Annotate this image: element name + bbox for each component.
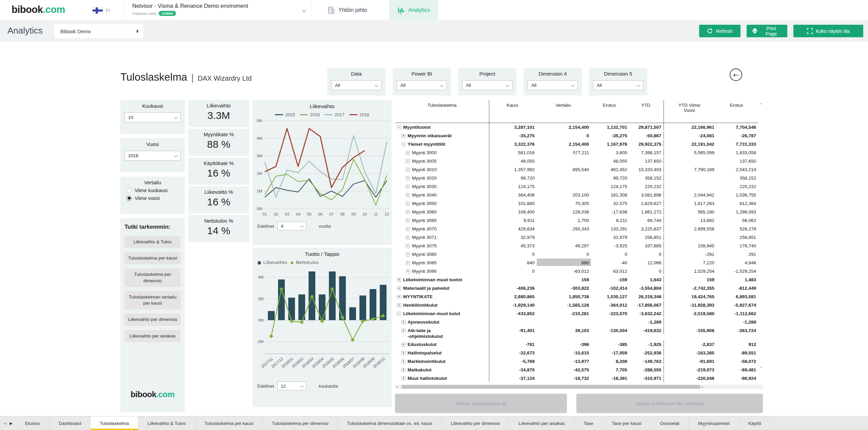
scroll-left-icon[interactable]: ‹ xyxy=(395,385,399,389)
table-row[interactable]: +Myynti 30659,9111,7008,21169,74413,6825… xyxy=(395,216,758,225)
slicer-dropdown[interactable]: All xyxy=(397,80,447,90)
table-row[interactable]: +Hallintopalvelut-32,673-15,615-17,059-2… xyxy=(395,349,758,357)
table-row[interactable]: +Ajoneuvokulut-1,289-1,289 xyxy=(395,318,758,326)
table-row[interactable]: +Myynnin oikaisuerät-35,2750-35,275-50,8… xyxy=(395,131,758,140)
expand-icon[interactable]: + xyxy=(401,343,406,347)
radio-selected-icon[interactable] xyxy=(126,196,132,201)
table-row[interactable]: +Myynti 3050102,88070,30532,5752,629,627… xyxy=(395,199,758,208)
expand-icon[interactable]: + xyxy=(401,320,406,324)
table-row[interactable]: +Muut hallintokulut-37,124-18,732-18,391… xyxy=(395,374,758,382)
radio-option-viime-kuukausi[interactable]: Viime kuukausi xyxy=(126,188,185,193)
scroll-up-icon[interactable]: ⌃ xyxy=(760,103,763,107)
table-row[interactable]: +Myynti 3085840880-4012,0667,2204,846 xyxy=(395,259,758,267)
table-row[interactable]: +Henkilöstökulut-1,929,140-1,565,128-364… xyxy=(395,301,758,309)
radio-option-viime-vuosi[interactable]: Viime vuosi xyxy=(126,196,185,201)
expand-icon[interactable]: + xyxy=(397,303,401,307)
table-row[interactable]: +MYYNTIKATE2,880,8651,850,7381,030,12726… xyxy=(395,292,758,301)
years-count-select[interactable]: 4 xyxy=(277,222,307,230)
expand-icon[interactable]: + xyxy=(406,159,410,163)
bottom-tab-ostovelat[interactable]: Ostovelat xyxy=(651,416,689,430)
bottom-tab-tuloslaskelma-per-kausi[interactable]: Tuloslaskelma per kausi xyxy=(195,416,263,430)
table-row[interactable]: −Yleiset myyntitilit3,322,3762,154,4001,… xyxy=(395,140,758,148)
table-row[interactable]: +Myynti 3030124,175124,175220,232220,232 xyxy=(395,182,758,191)
expand-icon[interactable]: + xyxy=(401,368,406,372)
drill-button-liikevaihto-per-asiakas[interactable]: Liikevaihto per asiakas xyxy=(124,330,181,342)
prev-page-icon[interactable]: ◀ xyxy=(3,421,6,426)
slicer-dropdown[interactable]: All xyxy=(462,80,512,90)
drill-button-liikevaihto-tulos[interactable]: Liikevaihto & Tulos xyxy=(124,236,181,248)
month-select[interactable]: 10 xyxy=(124,112,181,122)
column-header-0[interactable]: Tuloslaskelma xyxy=(395,100,489,123)
table-row[interactable]: +Edustuskulut-781-396-385-1,925-2,837912 xyxy=(395,340,758,349)
bottom-tab-tuloslaskelma-dimensioittain-vs-ed-kausi[interactable]: Tuloslaskelma dimensioittain vs. ed. kau… xyxy=(338,416,442,430)
expand-icon[interactable]: + xyxy=(406,261,410,265)
column-header-6[interactable]: Erotus xyxy=(716,100,758,123)
collapse-icon[interactable]: − xyxy=(397,312,401,316)
table-row[interactable]: +Myynti 302099,72099,720358,152358,152 xyxy=(395,174,758,182)
bottom-tab-etusivu[interactable]: Etusivu xyxy=(16,416,50,430)
expand-icon[interactable]: + xyxy=(397,295,401,299)
tab-yhtion-johto[interactable]: Yhtiön johto xyxy=(319,0,375,20)
table-row[interactable]: +Liiketoiminnan muut tuotot159-1591,6431… xyxy=(395,275,758,284)
expand-icon[interactable]: + xyxy=(406,227,410,231)
table-row[interactable]: +Markkinointikulut-5,769-13,9778,208-149… xyxy=(395,357,758,366)
column-header-2[interactable]: Vertailu xyxy=(537,100,591,123)
scrollbar-thumb[interactable] xyxy=(402,385,700,389)
drill-button-liikevaihto-per-dimensio[interactable]: Liikevaihto per dimensio xyxy=(124,313,181,326)
radio-icon[interactable] xyxy=(126,188,132,193)
expand-icon[interactable]: + xyxy=(406,236,410,240)
slicer-dropdown[interactable]: All xyxy=(528,80,578,90)
horizontal-scrollbar[interactable]: ‹ › xyxy=(395,385,763,389)
expand-icon[interactable]: + xyxy=(406,185,410,189)
table-row[interactable]: +Myynti 307132,97932,979256,851256,851 xyxy=(395,233,758,242)
column-header-3[interactable]: Erotus xyxy=(591,100,629,123)
tab-analytics[interactable]: Analytics xyxy=(389,0,438,20)
column-header-5[interactable]: YTD Viime Vuosi xyxy=(664,100,716,123)
bottom-tab-tase-per-kausi[interactable]: Tase per kausi xyxy=(603,416,651,430)
expand-icon[interactable]: + xyxy=(401,360,406,364)
table-row[interactable]: +Matkakulut-34,870-42,5757,705-288,555-2… xyxy=(395,366,758,374)
table-row[interactable]: +Atk-laite ja -ohjelmistokulut-91,40139,… xyxy=(395,326,758,340)
vertical-scrollbar[interactable]: ⌃ ⌄ xyxy=(758,100,763,371)
next-page-icon[interactable]: ▶ xyxy=(9,421,12,426)
expand-icon[interactable]: + xyxy=(406,269,410,273)
expand-icon[interactable]: + xyxy=(397,278,401,282)
expand-icon[interactable]: + xyxy=(401,376,406,381)
collapse-icon[interactable]: − xyxy=(401,142,406,146)
table-row[interactable]: +Myynti 30800000-291291 xyxy=(395,250,758,259)
year-select[interactable]: 2018 xyxy=(124,151,181,161)
column-header-1[interactable]: Kausi xyxy=(489,100,536,123)
scroll-right-icon[interactable]: › xyxy=(700,385,704,389)
collapse-icon[interactable]: − xyxy=(397,125,401,129)
drill-button-tuloslaskelma-per-dimensio[interactable]: Tuloslaskelma per dimensio xyxy=(124,268,181,287)
back-arrow-button[interactable]: ← xyxy=(730,68,742,81)
table-row[interactable]: +Myynti 3000581,016577,2113,8057,398,157… xyxy=(395,148,758,157)
print-page-button[interactable]: Print Page xyxy=(747,25,787,37)
table-row[interactable]: +Myynti 3070426,634293,343133,2913,225,8… xyxy=(395,225,758,233)
expand-icon[interactable]: + xyxy=(406,219,410,223)
column-header-4[interactable]: YTD xyxy=(629,100,664,123)
table-row[interactable]: −Liiketoiminnan muut kulut-433,852-210,2… xyxy=(395,309,758,318)
environment-selector[interactable]: Netvisor - Visma & Renance Demo envirome… xyxy=(132,3,248,16)
table-row[interactable]: +Myynti 30101,357,992895,540462,45210,33… xyxy=(395,165,758,174)
expand-icon[interactable]: + xyxy=(406,210,410,214)
drill-button-tuloslaskelma-per-kausi[interactable]: Tuloslaskelma per kausi xyxy=(124,252,181,264)
refresh-button[interactable]: Refresh xyxy=(699,25,741,37)
expand-icon[interactable]: + xyxy=(401,329,406,333)
scroll-down-icon[interactable]: ⌄ xyxy=(760,364,763,369)
bottom-tab-tase[interactable]: Tase xyxy=(574,416,603,430)
expand-icon[interactable]: + xyxy=(401,351,406,355)
expand-icon[interactable]: + xyxy=(401,134,406,138)
table-row[interactable]: +Materiaalit ja palvelut-406,236-303,822… xyxy=(395,284,758,292)
bottom-tab-dashboard[interactable]: Dashboard xyxy=(50,416,91,430)
drill-button-tuloslaskelman-vertailu-per-kausi[interactable]: Tuloslaskelman vertailu per kausi xyxy=(124,291,181,309)
slicer-dropdown[interactable]: All xyxy=(593,80,643,90)
fullscreen-button[interactable]: Koko näytön tila xyxy=(793,25,863,37)
table-row[interactable]: +Myynti 300548,05048,050137,650137,650 xyxy=(395,157,758,165)
expand-icon[interactable]: + xyxy=(406,193,410,197)
select-account-vouchers-button[interactable]: Valitse tutkittavan tilin tositteita xyxy=(576,394,763,413)
expand-icon[interactable]: + xyxy=(406,244,410,248)
table-row[interactable]: +Myynti 3060108,400126,036-17,6361,861,2… xyxy=(395,208,758,216)
expand-icon[interactable]: + xyxy=(397,286,401,290)
bibook-logo[interactable]: bibook.com xyxy=(12,4,65,15)
